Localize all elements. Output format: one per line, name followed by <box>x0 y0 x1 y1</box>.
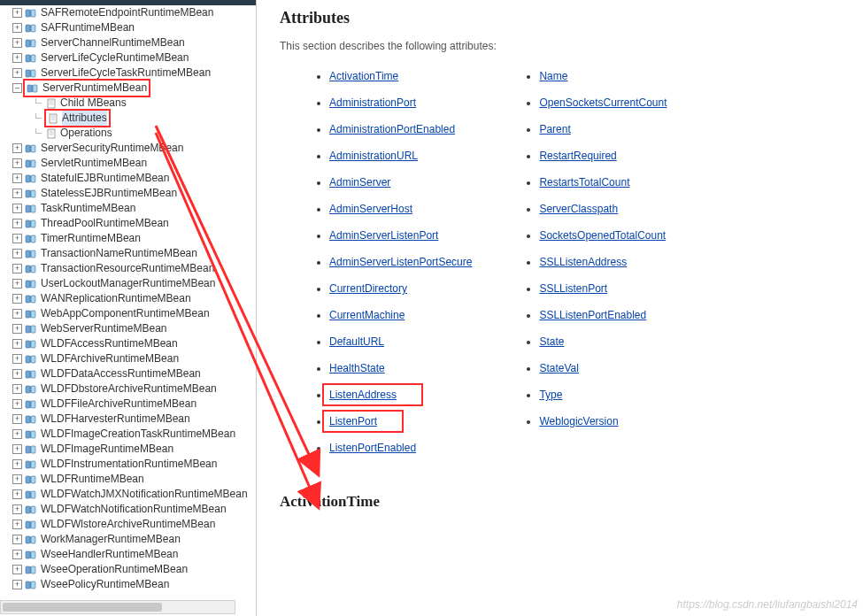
tree-expand-icon[interactable] <box>12 535 22 544</box>
tree-item[interactable]: WseePolicyRuntimeMBean <box>12 577 256 592</box>
tree-item[interactable]: WLDFAccessRuntimeMBean <box>12 336 256 351</box>
tree-item-label[interactable]: WseeOperationRuntimeMBean <box>41 562 188 577</box>
tree-item[interactable]: WebServerRuntimeMBean <box>12 321 256 336</box>
attribute-link[interactable]: AdminServerHost <box>329 203 412 215</box>
attribute-link[interactable]: ListenPortEnabled <box>329 442 416 454</box>
tree-expand-icon[interactable] <box>12 504 22 514</box>
tree-item-label[interactable]: ServerChannelRuntimeMBean <box>41 35 185 50</box>
attribute-link[interactable]: AdminServer <box>329 176 390 189</box>
tree-item-label[interactable]: WLDFArchiveRuntimeMBean <box>41 351 179 366</box>
attribute-link[interactable]: Name <box>539 70 567 82</box>
tree-item[interactable]: WLDFImageCreationTaskRuntimeMBean <box>12 427 256 442</box>
tree-item-label[interactable]: ServletRuntimeMBean <box>41 156 147 171</box>
tree-item[interactable]: WLDFRuntimeMBean <box>12 472 256 487</box>
tree-item-label[interactable]: WebAppComponentRuntimeMBean <box>41 306 210 321</box>
tree-expand-icon[interactable] <box>12 219 22 228</box>
tree-item-label[interactable]: WANReplicationRuntimeMBean <box>41 291 191 306</box>
attribute-link[interactable]: WeblogicVersion <box>539 415 618 427</box>
tree-item-label[interactable]: TransactionNameRuntimeMBean <box>41 246 197 261</box>
tree-item[interactable]: WLDFWlstoreArchiveRuntimeMBean <box>12 517 256 532</box>
attribute-link[interactable]: RestartRequired <box>539 150 616 162</box>
tree-item[interactable]: ThreadPoolRuntimeMBean <box>12 216 256 231</box>
tree-item-label[interactable]: WLDFRuntimeMBean <box>41 472 144 487</box>
attribute-link[interactable]: CurrentMachine <box>329 309 405 321</box>
tree-expand-icon[interactable] <box>12 489 22 499</box>
tree-expand-icon[interactable] <box>12 173 22 183</box>
tree-item[interactable]: WebAppComponentRuntimeMBean <box>12 306 256 321</box>
tree-expand-icon[interactable] <box>12 444 22 454</box>
attribute-link[interactable]: Type <box>539 389 562 401</box>
tree-expand-icon[interactable] <box>12 354 22 364</box>
tree-item[interactable]: ServerSecurityRuntimeMBean <box>12 141 256 156</box>
tree-item[interactable]: StatelessEJBRuntimeMBean <box>12 186 256 201</box>
attribute-link[interactable]: OpenSocketsCurrentCount <box>539 96 667 109</box>
tree-expand-icon[interactable] <box>12 429 22 439</box>
tree-item[interactable]: WLDFDataAccessRuntimeMBean <box>12 366 256 381</box>
tree-expand-icon[interactable] <box>12 565 22 574</box>
attribute-link[interactable]: AdminServerListenPort <box>329 229 438 242</box>
tree-expand-icon[interactable] <box>12 580 22 589</box>
attribute-link[interactable]: CurrentDirectory <box>329 282 407 295</box>
tree-item-label[interactable]: UserLockoutManagerRuntimeMBean <box>41 276 215 291</box>
attribute-link[interactable]: AdministrationURL <box>329 150 418 162</box>
attribute-link[interactable]: SSLListenPort <box>539 282 607 295</box>
attribute-link[interactable]: ActivationTime <box>329 70 398 82</box>
tree-expand-icon[interactable] <box>12 204 22 213</box>
tree-item[interactable]: WLDFWatchJMXNotificationRuntimeMBean <box>12 487 256 502</box>
tree-expand-icon[interactable] <box>12 339 22 349</box>
tree-item[interactable]: WLDFWatchNotificationRuntimeMBean <box>12 502 256 517</box>
attribute-link[interactable]: AdministrationPort <box>329 96 416 109</box>
attribute-link[interactable]: ListenAddress <box>329 389 397 401</box>
tree-item-label[interactable]: StatelessEJBRuntimeMBean <box>41 186 177 201</box>
attribute-link[interactable]: ServerClasspath <box>539 203 618 215</box>
tree-expand-icon[interactable] <box>12 399 22 409</box>
tree-item[interactable]: TransactionNameRuntimeMBean <box>12 246 256 261</box>
tree-expand-icon[interactable] <box>12 83 22 93</box>
tree-expand-icon[interactable] <box>12 264 22 273</box>
tree-item[interactable]: WLDFFileArchiveRuntimeMBean <box>12 397 256 412</box>
tree-item-label[interactable]: StatefulEJBRuntimeMBean <box>41 171 169 186</box>
tree-item-label[interactable]: WLDFImageRuntimeMBean <box>41 442 173 457</box>
tree-item-label[interactable]: WLDFImageCreationTaskRuntimeMBean <box>41 427 235 442</box>
attribute-link[interactable]: RestartsTotalCount <box>539 176 629 189</box>
tree-item-label[interactable]: WseeHandlerRuntimeMBean <box>41 547 178 562</box>
tree-expand-icon[interactable] <box>12 294 22 304</box>
tree-item-label[interactable]: ServerRuntimeMBean <box>42 81 147 96</box>
tree-item[interactable]: SAFRemoteEndpointRuntimeMBean <box>12 5 256 20</box>
tree-item-label[interactable]: ThreadPoolRuntimeMBean <box>41 216 169 231</box>
tree-item-label[interactable]: Operations <box>60 126 112 141</box>
attribute-link[interactable]: SocketsOpenedTotalCount <box>539 229 666 242</box>
tree-item-label[interactable]: WLDFWlstoreArchiveRuntimeMBean <box>41 517 215 532</box>
tree-item[interactable]: StatefulEJBRuntimeMBean <box>12 171 256 186</box>
tree-item-label[interactable]: WLDFInstrumentationRuntimeMBean <box>41 457 217 472</box>
tree-item-label[interactable]: Attributes <box>62 111 107 126</box>
tree-item[interactable]: WorkManagerRuntimeMBean <box>12 532 256 547</box>
tree-item[interactable]: WLDFImageRuntimeMBean <box>12 442 256 457</box>
tree-expand-icon[interactable] <box>12 550 22 559</box>
tree-item-label[interactable]: WLDFHarvesterRuntimeMBean <box>41 412 190 427</box>
tree-item[interactable]: WLDFHarvesterRuntimeMBean <box>12 412 256 427</box>
attribute-link[interactable]: SSLListenPortEnabled <box>539 309 646 321</box>
horizontal-scrollbar[interactable] <box>0 600 235 614</box>
tree-item[interactable]: WseeHandlerRuntimeMBean <box>12 547 256 562</box>
tree-item-label[interactable]: WLDFDbstoreArchiveRuntimeMBean <box>41 381 217 397</box>
tree-expand-icon[interactable] <box>12 309 22 319</box>
attribute-link[interactable]: Parent <box>539 123 570 135</box>
tree-item[interactable]: ServerChannelRuntimeMBean <box>12 35 256 50</box>
tree-item[interactable]: ServerRuntimeMBean <box>12 81 256 96</box>
attribute-link[interactable]: HealthState <box>329 362 385 374</box>
tree-item-label[interactable]: TaskRuntimeMBean <box>41 201 135 216</box>
tree-item-label[interactable]: WLDFWatchJMXNotificationRuntimeMBean <box>41 487 248 502</box>
tree-item-label[interactable]: WLDFFileArchiveRuntimeMBean <box>41 397 196 412</box>
tree-item-label[interactable]: WseePolicyRuntimeMBean <box>41 577 169 592</box>
attribute-link[interactable]: State <box>539 335 564 348</box>
tree-item-label[interactable]: WorkManagerRuntimeMBean <box>41 532 181 547</box>
attribute-link[interactable]: AdminServerListenPortSecure <box>329 256 472 268</box>
attribute-link[interactable]: DefaultURL <box>329 335 384 348</box>
tree-expand-icon[interactable] <box>12 249 22 258</box>
tree-expand-icon[interactable] <box>12 189 22 198</box>
tree-item[interactable]: SAFRuntimeMBean <box>12 20 256 35</box>
tree-item[interactable]: WseeOperationRuntimeMBean <box>12 562 256 577</box>
attribute-link[interactable]: SSLListenAddress <box>539 256 627 268</box>
tree-item[interactable]: UserLockoutManagerRuntimeMBean <box>12 276 256 291</box>
